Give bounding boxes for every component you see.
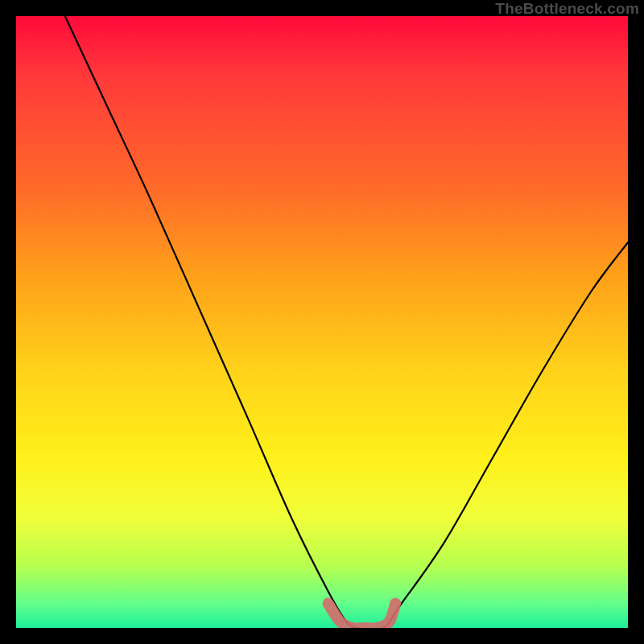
watermark-text: TheBottleneck.com [495,0,639,18]
flat-marker [328,604,396,628]
chart-frame: TheBottleneck.com [0,0,644,644]
curve-layer [16,16,628,628]
plot-area [16,16,628,628]
primary-curve [65,16,628,628]
